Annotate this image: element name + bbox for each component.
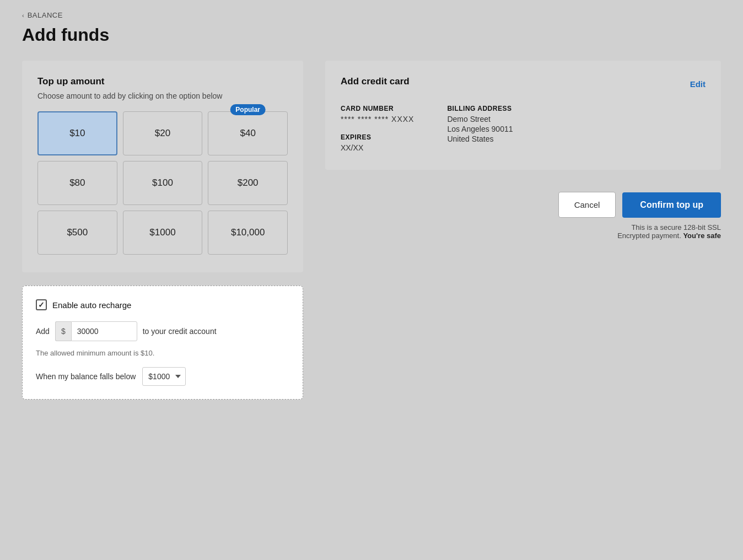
- amount-btn-100[interactable]: $100: [123, 161, 203, 205]
- cancel-button[interactable]: Cancel: [558, 192, 616, 218]
- back-chevron-icon: ‹: [22, 12, 24, 19]
- add-label: Add: [36, 327, 50, 336]
- amount-grid: $10 $20 Popular $40 $80 $100 $200 $500: [37, 111, 288, 255]
- amount-btn-10000[interactable]: $10,000: [208, 211, 288, 255]
- min-amount-note: The allowed minimum amount is $10.: [36, 349, 289, 357]
- button-row: Cancel Confirm top up: [558, 192, 721, 218]
- credit-card-title: Add credit card: [341, 76, 410, 87]
- auto-recharge-card: ✓ Enable auto recharge Add $ to your cre…: [22, 286, 303, 400]
- auto-recharge-label: Enable auto recharge: [52, 300, 131, 310]
- amount-btn-1000[interactable]: $1000: [123, 211, 203, 255]
- topup-title: Top up amount: [37, 76, 288, 87]
- credit-card-section: Add credit card Edit CARD NUMBER **** **…: [325, 61, 721, 170]
- card-number-value: **** **** **** XXXX: [341, 115, 414, 123]
- popular-badge: Popular: [230, 104, 266, 115]
- dollar-prefix: $: [55, 321, 71, 341]
- billing-address-group: BILLING ADDRESS Demo Street Los Angeles …: [447, 105, 513, 152]
- page-title: Add funds: [22, 25, 721, 45]
- billing-line1: Demo Street: [447, 115, 513, 123]
- amount-btn-80[interactable]: $80: [37, 161, 117, 205]
- billing-lines: Demo Street Los Angeles 90011 United Sta…: [447, 115, 513, 143]
- bottom-actions: Cancel Confirm top up This is a secure 1…: [325, 192, 721, 240]
- topup-subtitle: Choose amount to add by clicking on the …: [37, 91, 288, 100]
- billing-line2: Los Angeles 90011: [447, 125, 513, 133]
- checkmark-icon: ✓: [38, 300, 45, 309]
- edit-link[interactable]: Edit: [690, 79, 706, 89]
- breadcrumb-label: BALANCE: [28, 11, 63, 19]
- expires-label: EXPIRES: [341, 133, 414, 141]
- billing-line3: United States: [447, 134, 513, 143]
- recharge-amount-input[interactable]: [71, 321, 137, 341]
- balance-trigger-row: When my balance falls below $100 $500 $1…: [36, 367, 289, 386]
- amount-btn-20[interactable]: $20: [123, 111, 203, 155]
- breadcrumb: ‹ BALANCE: [22, 11, 721, 19]
- auto-recharge-checkbox[interactable]: ✓: [36, 299, 47, 310]
- amount-btn-200[interactable]: $200: [208, 161, 288, 205]
- card-number-group: CARD NUMBER **** **** **** XXXX EXPIRES …: [341, 105, 414, 152]
- trigger-select[interactable]: $100 $500 $1000 $5000: [142, 367, 186, 386]
- add-amount-row: Add $ to your credit account: [36, 321, 289, 341]
- expires-value: XX/XX: [341, 143, 414, 152]
- ssl-safe-text: You're safe: [683, 231, 721, 240]
- topup-section: Top up amount Choose amount to add by cl…: [22, 61, 303, 272]
- trigger-label: When my balance falls below: [36, 372, 136, 381]
- amount-btn-10[interactable]: $10: [37, 111, 117, 155]
- amount-input-group: $: [55, 321, 137, 341]
- amount-btn-40[interactable]: Popular $40: [208, 111, 288, 155]
- ssl-note: This is a secure 128-bit SSL Encrypted p…: [600, 223, 721, 240]
- credit-card-info: CARD NUMBER **** **** **** XXXX EXPIRES …: [341, 105, 706, 152]
- credit-card-header: Add credit card Edit: [341, 76, 706, 91]
- confirm-topup-button[interactable]: Confirm top up: [622, 192, 721, 218]
- amount-btn-500[interactable]: $500: [37, 211, 117, 255]
- to-credit-label: to your credit account: [143, 327, 217, 336]
- billing-label: BILLING ADDRESS: [447, 105, 513, 112]
- card-number-label: CARD NUMBER: [341, 105, 414, 112]
- auto-recharge-checkbox-row: ✓ Enable auto recharge: [36, 299, 289, 310]
